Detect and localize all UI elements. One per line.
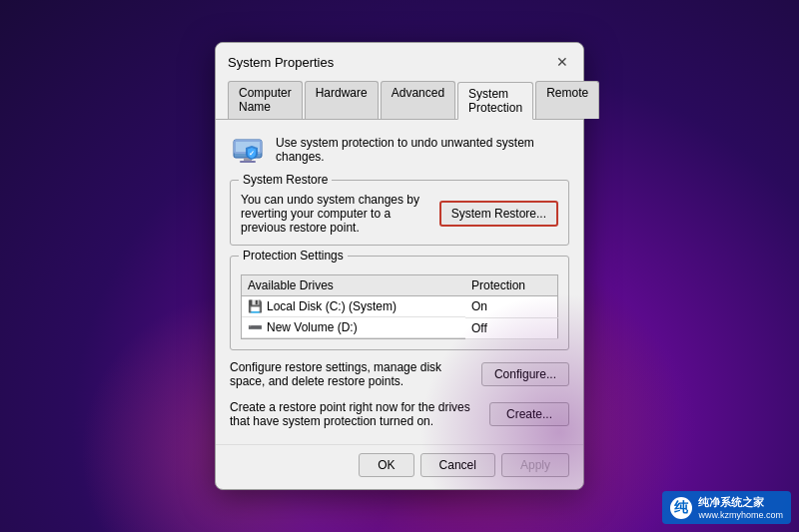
svg-rect-4 [240, 161, 256, 163]
cancel-button[interactable]: Cancel [420, 453, 495, 477]
ok-button[interactable]: OK [359, 453, 413, 477]
watermark-text: 纯净系统之家 www.kzmyhome.com [698, 495, 783, 520]
drive-d-protection: Off [465, 317, 557, 339]
dialog-title: System Properties [228, 55, 334, 70]
dialog-footer: OK Cancel Apply [216, 444, 583, 489]
shield-protection-icon: ✓ [230, 132, 266, 168]
protection-table: Available Drives Protection 💾 Local Disk… [241, 274, 558, 339]
tabs-container: Computer Name Hardware Advanced System P… [216, 75, 583, 120]
create-row: Create a restore point right now for the… [230, 400, 569, 432]
col-available-drives: Available Drives [242, 275, 466, 296]
tab-computer-name[interactable]: Computer Name [228, 81, 303, 119]
watermark-line1: 纯净系统之家 [698, 495, 783, 510]
system-restore-content: You can undo system changes by reverting… [241, 193, 558, 235]
create-text: Create a restore point right now for the… [230, 400, 481, 428]
tab-system-protection[interactable]: System Protection [457, 82, 533, 120]
close-button[interactable]: ✕ [553, 53, 571, 71]
configure-row: Configure restore settings, manage disk … [230, 360, 569, 392]
intro-row: ✓ Use system protection to undo unwanted… [230, 132, 569, 168]
protection-settings-section: Protection Settings Available Drives Pro… [230, 256, 569, 350]
col-protection: Protection [465, 275, 557, 296]
intro-text: Use system protection to undo unwanted s… [276, 132, 569, 164]
tab-remote[interactable]: Remote [535, 81, 599, 119]
tab-advanced[interactable]: Advanced [381, 81, 455, 119]
apply-button[interactable]: Apply [501, 453, 569, 477]
protection-settings-label: Protection Settings [239, 249, 348, 263]
table-row[interactable]: ➖ New Volume (D:) Off [242, 317, 558, 339]
drive-c-protection: On [465, 296, 557, 318]
watermark-icon: 纯 [670, 497, 692, 519]
create-button[interactable]: Create... [489, 402, 569, 426]
title-bar: System Properties ✕ [216, 43, 583, 71]
table-row[interactable]: 💾 Local Disk (C:) (System) On [242, 296, 558, 318]
tab-content: ✓ Use system protection to undo unwanted… [216, 120, 583, 444]
drive-d-icon: ➖ [248, 320, 263, 334]
system-restore-label: System Restore [239, 173, 332, 187]
drive-c-icon: 💾 [248, 299, 263, 313]
system-restore-description: You can undo system changes by reverting… [241, 193, 431, 235]
watermark-line2: www.kzmyhome.com [698, 510, 783, 520]
system-restore-button[interactable]: System Restore... [439, 201, 558, 227]
watermark: 纯 纯净系统之家 www.kzmyhome.com [662, 491, 791, 524]
configure-text: Configure restore settings, manage disk … [230, 360, 473, 388]
drive-c-name: 💾 Local Disk (C:) (System) [242, 296, 465, 317]
drive-d-name: ➖ New Volume (D:) [242, 317, 465, 338]
system-restore-section: System Restore You can undo system chang… [230, 180, 569, 246]
configure-button[interactable]: Configure... [481, 362, 569, 386]
svg-text:✓: ✓ [249, 150, 255, 157]
tab-hardware[interactable]: Hardware [305, 81, 379, 119]
system-properties-dialog: System Properties ✕ Computer Name Hardwa… [215, 42, 584, 490]
